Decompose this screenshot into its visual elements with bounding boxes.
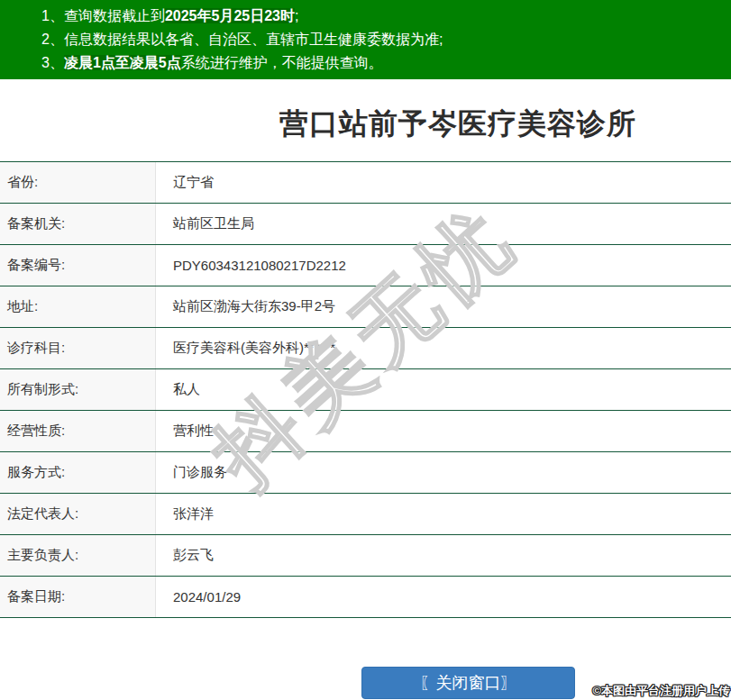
row-value: 营利性 <box>156 411 731 451</box>
table-row-address: 地址: 站前区渤海大街东39-甲2号 <box>0 286 731 328</box>
row-value: 门诊服务 <box>156 452 731 493</box>
row-value: 站前区卫生局 <box>156 204 731 244</box>
table-row-record-number: 备案编号: PDY60343121080217D2212 <box>0 245 731 286</box>
notice-highlight: 凌晨1点至凌晨5点 <box>64 55 181 70</box>
row-label: 经营性质: <box>0 411 156 451</box>
table-row-record-authority: 备案机关: 站前区卫生局 <box>0 204 731 245</box>
row-label: 主要负责人: <box>0 535 156 576</box>
row-label: 服务方式: <box>0 452 156 493</box>
table-row-main-person-in-charge: 主要负责人: 彭云飞 <box>0 535 731 577</box>
notice-text: 信息数据结果以各省、自治区、直辖市卫生健康委数据为准; <box>64 32 443 47</box>
page-title: 营口站前予岑医疗美容诊所 <box>279 104 731 143</box>
notice-line-1: 1、查询数据截止到2025年5月25日23时; <box>41 5 731 28</box>
notice-number: 3、 <box>41 55 64 70</box>
table-row-record-date: 备案日期: 2024/01/29 <box>0 577 731 618</box>
close-window-button[interactable]: 〖关闭窗口〗 <box>361 667 575 699</box>
row-value: 彭云飞 <box>156 535 731 576</box>
notice-text: ; <box>295 8 298 23</box>
table-row-treatment-subjects: 诊疗科目: 医疗美容科(美容外科)****** <box>0 328 731 369</box>
row-label: 所有制形式: <box>0 369 156 410</box>
row-label: 备案机关: <box>0 204 156 244</box>
table-row-province: 省份: 辽宁省 <box>0 162 731 204</box>
row-value: 张洋洋 <box>156 494 731 534</box>
row-label: 诊疗科目: <box>0 328 156 368</box>
row-label: 省份: <box>0 162 156 203</box>
record-table: 省份: 辽宁省 备案机关: 站前区卫生局 备案编号: PDY6034312108… <box>0 161 731 618</box>
notice-number: 1、 <box>41 8 64 23</box>
row-value: PDY60343121080217D2212 <box>156 245 731 286</box>
table-row-service-mode: 服务方式: 门诊服务 <box>0 452 731 494</box>
notice-line-2: 2、信息数据结果以各省、自治区、直辖市卫生健康委数据为准; <box>41 28 731 51</box>
row-label: 法定代表人: <box>0 494 156 534</box>
notice-number: 2、 <box>41 32 64 47</box>
row-value: 辽宁省 <box>156 162 731 203</box>
row-label: 备案日期: <box>0 577 156 617</box>
row-value: 医疗美容科(美容外科)****** <box>156 328 731 368</box>
notice-text: 查询数据截止到 <box>64 8 165 23</box>
notice-line-3: 3、凌晨1点至凌晨5点系统进行维护，不能提供查询。 <box>41 51 731 75</box>
row-label: 备案编号: <box>0 245 156 286</box>
table-row-business-nature: 经营性质: 营利性 <box>0 411 731 452</box>
notice-highlight: 2025年5月25日23时 <box>165 8 295 23</box>
table-row-legal-representative: 法定代表人: 张洋洋 <box>0 494 731 535</box>
notice-banner: 1、查询数据截止到2025年5月25日23时; 2、信息数据结果以各省、自治区、… <box>0 0 731 79</box>
row-value: 2024/01/29 <box>156 577 731 617</box>
table-row-ownership-form: 所有制形式: 私人 <box>0 369 731 411</box>
row-label: 地址: <box>0 286 156 327</box>
row-value: 私人 <box>156 369 731 410</box>
notice-text: 系统进行维护，不能提供查询。 <box>181 55 383 70</box>
row-value: 站前区渤海大街东39-甲2号 <box>156 286 731 327</box>
upload-credit: ©本图由平台注册用户上传 <box>592 683 730 699</box>
